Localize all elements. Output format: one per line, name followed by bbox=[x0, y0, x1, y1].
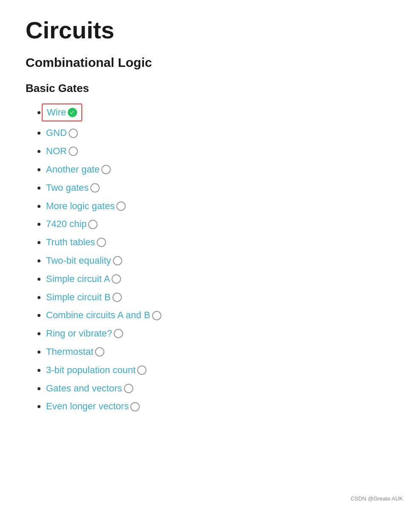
status-incomplete-icon bbox=[112, 274, 121, 284]
item-link-more-logic-gates[interactable]: More logic gates bbox=[46, 201, 115, 211]
item-link-7420-chip[interactable]: 7420 chip bbox=[46, 219, 86, 229]
item-link-simple-circuit-a[interactable]: Simple circuit A bbox=[46, 273, 110, 284]
item-list: Wire✓GNDNORAnother gateTwo gatesMore log… bbox=[26, 104, 394, 414]
footer-text: CSDN @Greate AUK bbox=[351, 495, 403, 502]
page-title: Circuits bbox=[26, 17, 394, 43]
list-item: 7420 chip bbox=[46, 218, 394, 231]
list-item: Wire✓ bbox=[46, 104, 394, 122]
item-link-thermostat[interactable]: Thermostat bbox=[46, 346, 93, 357]
status-incomplete-icon bbox=[137, 365, 147, 375]
item-link-simple-circuit-b[interactable]: Simple circuit B bbox=[46, 292, 111, 302]
item-link-3-bit-population-count[interactable]: 3-bit population count bbox=[46, 365, 135, 375]
list-item: More logic gates bbox=[46, 200, 394, 213]
wire-highlight: Wire✓ bbox=[42, 104, 82, 122]
item-link-two-gates[interactable]: Two gates bbox=[46, 182, 89, 193]
list-item: Thermostat bbox=[46, 345, 394, 359]
list-item: Simple circuit A bbox=[46, 273, 394, 286]
status-incomplete-icon bbox=[95, 347, 104, 357]
status-incomplete-icon bbox=[152, 311, 161, 320]
section-title: Combinational Logic bbox=[26, 55, 394, 70]
status-incomplete-icon bbox=[101, 165, 111, 174]
status-incomplete-icon bbox=[88, 220, 98, 229]
list-item: Even longer vectors bbox=[46, 400, 394, 413]
list-item: Simple circuit B bbox=[46, 291, 394, 304]
item-link-gates-and-vectors[interactable]: Gates and vectors bbox=[46, 383, 122, 394]
item-link-truth-tables[interactable]: Truth tables bbox=[46, 237, 95, 247]
list-item: GND bbox=[46, 127, 394, 140]
list-item: Ring or vibrate? bbox=[46, 327, 394, 340]
status-incomplete-icon bbox=[90, 183, 100, 193]
status-incomplete-icon bbox=[124, 384, 133, 393]
list-item: 3-bit population count bbox=[46, 364, 394, 377]
status-incomplete-icon bbox=[112, 293, 122, 302]
status-incomplete-icon bbox=[97, 238, 106, 247]
status-incomplete-icon bbox=[116, 201, 126, 211]
item-link-nor[interactable]: NOR bbox=[46, 146, 67, 156]
status-incomplete-icon bbox=[114, 329, 123, 338]
list-item: Combine circuits A and B bbox=[46, 309, 394, 322]
status-incomplete-icon bbox=[69, 147, 78, 156]
item-link-even-longer-vectors[interactable]: Even longer vectors bbox=[46, 401, 129, 411]
status-incomplete-icon bbox=[69, 129, 78, 138]
item-link-wire[interactable]: Wire bbox=[47, 107, 66, 118]
item-link-combine-circuits-a-and-b[interactable]: Combine circuits A and B bbox=[46, 310, 150, 320]
item-link-gnd[interactable]: GND bbox=[46, 127, 67, 138]
status-complete-icon: ✓ bbox=[68, 108, 77, 117]
item-link-another-gate[interactable]: Another gate bbox=[46, 164, 100, 175]
status-incomplete-icon bbox=[113, 256, 122, 265]
list-item: NOR bbox=[46, 145, 394, 158]
list-item: Truth tables bbox=[46, 236, 394, 249]
list-item: Two gates bbox=[46, 181, 394, 195]
subsection-title: Basic Gates bbox=[26, 82, 394, 95]
list-item: Another gate bbox=[46, 163, 394, 176]
list-item: Gates and vectors bbox=[46, 382, 394, 395]
status-incomplete-icon bbox=[130, 402, 140, 411]
list-item: Two-bit equality bbox=[46, 254, 394, 268]
item-link-two-bit-equality[interactable]: Two-bit equality bbox=[46, 255, 111, 266]
item-link-ring-or-vibrate[interactable]: Ring or vibrate? bbox=[46, 328, 112, 339]
